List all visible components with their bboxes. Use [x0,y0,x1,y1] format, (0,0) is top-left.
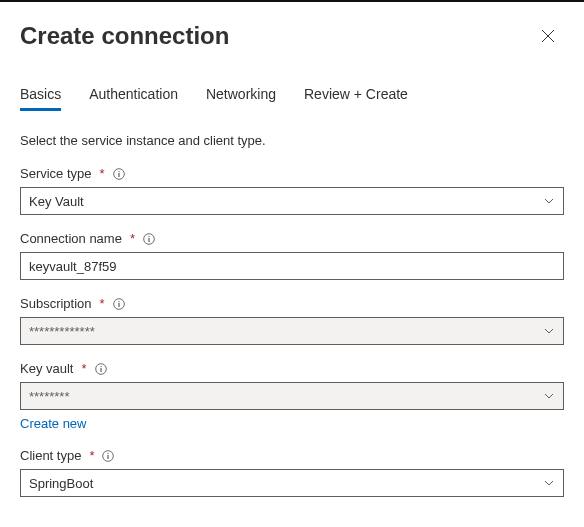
svg-point-4 [148,235,149,236]
svg-rect-5 [148,238,149,242]
required-marker: * [89,448,94,463]
tab-authentication[interactable]: Authentication [89,80,178,110]
field-label-row: Client type * [20,448,564,463]
svg-point-10 [100,365,101,366]
svg-point-1 [118,170,119,171]
connection-name-input[interactable] [20,252,564,280]
info-icon[interactable] [113,298,125,310]
panel-title: Create connection [20,22,229,51]
key-vault-select[interactable]: ******** [20,382,564,410]
tab-review-create[interactable]: Review + Create [304,80,408,110]
label-connection-name: Connection name [20,231,122,246]
service-type-value: Key Vault [29,194,84,209]
label-service-type: Service type [20,166,92,181]
create-connection-panel: Create connection Basics Authentication … [0,2,584,497]
svg-rect-2 [118,173,119,177]
required-marker: * [130,231,135,246]
label-client-type: Client type [20,448,81,463]
field-label-row: Connection name * [20,231,564,246]
create-new-link[interactable]: Create new [20,416,86,431]
field-service-type: Service type * Key Vault [20,166,564,215]
label-subscription: Subscription [20,296,92,311]
required-marker: * [100,296,105,311]
chevron-down-icon [543,390,555,402]
svg-point-7 [118,300,119,301]
svg-rect-8 [118,303,119,307]
client-type-select[interactable]: SpringBoot [20,469,564,497]
required-marker: * [100,166,105,181]
svg-rect-11 [100,368,101,372]
subscription-select[interactable]: ************* [20,317,564,345]
close-icon [541,29,555,43]
svg-rect-14 [108,455,109,459]
label-key-vault: Key vault [20,361,73,376]
info-icon[interactable] [95,363,107,375]
field-key-vault: Key vault * ******** Create new [20,361,564,432]
field-subscription: Subscription * ************* [20,296,564,345]
field-connection-name: Connection name * [20,231,564,280]
required-marker: * [81,361,86,376]
field-label-row: Subscription * [20,296,564,311]
info-icon[interactable] [143,233,155,245]
service-type-select[interactable]: Key Vault [20,187,564,215]
chevron-down-icon [543,477,555,489]
svg-point-13 [108,452,109,453]
info-icon[interactable] [113,168,125,180]
field-client-type: Client type * SpringBoot [20,448,564,497]
close-button[interactable] [532,20,564,52]
panel-header: Create connection [20,20,564,52]
field-label-row: Service type * [20,166,564,181]
tab-networking[interactable]: Networking [206,80,276,110]
chevron-down-icon [543,325,555,337]
subscription-value: ************* [29,324,95,339]
instruction-text: Select the service instance and client t… [20,133,564,148]
field-label-row: Key vault * [20,361,564,376]
info-icon[interactable] [102,450,114,462]
tab-list: Basics Authentication Networking Review … [20,80,564,111]
chevron-down-icon [543,195,555,207]
key-vault-value: ******** [29,389,69,404]
client-type-value: SpringBoot [29,476,93,491]
tab-basics[interactable]: Basics [20,80,61,110]
